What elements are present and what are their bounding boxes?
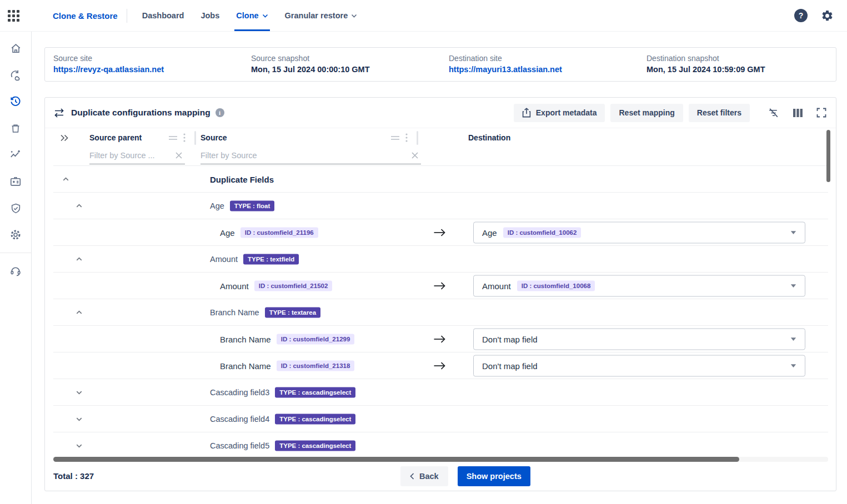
panel-footer: Total : 327 Back Show projects — [45, 461, 836, 491]
nav-label: Clone — [236, 11, 258, 20]
column-menu-icon[interactable] — [405, 133, 408, 142]
panel-title: Duplicate configurations mapping — [71, 108, 211, 118]
panel-actions: Export metadata Reset mapping Reset filt… — [514, 104, 826, 122]
nav-tab-jobs[interactable]: Jobs — [192, 0, 228, 31]
sidebar-divider — [0, 253, 32, 253]
export-metadata-label: Export metadata — [536, 108, 597, 117]
reset-mapping-button[interactable]: Reset mapping — [610, 104, 683, 122]
map-arrow-icon — [433, 335, 446, 344]
mapping-panel: Duplicate configurations mapping i Expor… — [44, 97, 836, 491]
license-card-icon[interactable] — [0, 168, 32, 195]
column-resize-handle[interactable] — [194, 131, 196, 145]
back-label: Back — [419, 472, 439, 481]
export-icon — [522, 108, 531, 118]
nav-label: Jobs — [201, 11, 219, 20]
column-source: Source — [201, 128, 423, 147]
destination-site-link[interactable]: https://mayuri13.atlassian.net — [449, 65, 638, 74]
group-row: Cascading field3TYPE : cascadingselect — [53, 379, 828, 406]
destination-select[interactable]: Don't map field — [473, 355, 805, 376]
chevron-down-icon — [262, 14, 268, 18]
filter-placeholder: Filter by Source — [201, 151, 257, 160]
source-site-link[interactable]: https://revyz-qa.atlassian.net — [53, 65, 243, 74]
group-row: Branch NameTYPE : textarea — [53, 299, 828, 326]
app-switcher-icon[interactable] — [8, 10, 19, 22]
collapse-row-icon[interactable] — [75, 201, 83, 210]
home-icon[interactable] — [0, 35, 32, 62]
source-snapshot-label: Source snapshot — [251, 54, 440, 63]
group-row: Duplicate Fields — [53, 166, 828, 193]
source-field-name: Branch Name — [220, 361, 271, 370]
left-sidebar — [0, 32, 32, 504]
info-icon[interactable]: i — [215, 108, 224, 117]
columns-icon[interactable] — [793, 108, 803, 118]
fullscreen-icon[interactable] — [816, 108, 826, 118]
nav-tab-granular-restore[interactable]: Granular restore — [277, 0, 366, 31]
history-icon[interactable] — [0, 88, 32, 115]
nav-tab-clone[interactable]: Clone — [228, 0, 276, 31]
group-row: AgeTYPE : float — [53, 193, 828, 219]
collapse-row-icon[interactable] — [62, 175, 70, 183]
destination-snapshot-value: Mon, 15 Jul 2024 10:59:09 GMT — [646, 65, 836, 74]
type-badge: TYPE : cascadingselect — [275, 414, 355, 424]
source-filter-input[interactable]: Filter by Source — [201, 147, 421, 164]
destination-select[interactable]: AgeID : customfield_10062 — [473, 221, 805, 243]
export-metadata-button[interactable]: Export metadata — [514, 104, 605, 122]
clear-filter-icon[interactable] — [411, 152, 421, 159]
group-label: Duplicate Fields — [210, 174, 274, 184]
nav-tab-dashboard[interactable]: Dashboard — [134, 0, 193, 31]
source-id-badge: ID : customfield_21299 — [277, 334, 355, 344]
support-headset-icon[interactable] — [0, 258, 32, 284]
map-arrow-icon — [433, 361, 446, 370]
map-arrow-icon — [433, 281, 446, 290]
clone-restore-icon[interactable] — [0, 62, 32, 88]
filter-off-icon[interactable] — [768, 107, 779, 119]
group-label: Branch Name — [210, 308, 259, 317]
filter-placeholder: Filter by Source ... — [89, 151, 155, 160]
trash-icon[interactable] — [0, 115, 32, 142]
help-icon[interactable]: ? — [794, 9, 808, 22]
reset-filters-button[interactable]: Reset filters — [689, 104, 750, 122]
back-button[interactable]: Back — [400, 466, 448, 486]
app-title-link[interactable]: Clone & Restore — [53, 11, 118, 21]
drag-handle-icon[interactable] — [168, 135, 178, 140]
type-badge: TYPE : float — [230, 200, 275, 211]
nav-right-icons: ? — [794, 9, 834, 22]
mapping-row: Branch NameID : customfield_21299Don't m… — [53, 326, 828, 352]
drag-handle-icon[interactable] — [390, 135, 400, 140]
settings-gear-icon[interactable] — [0, 221, 32, 248]
dropdown-caret-icon — [790, 284, 796, 288]
expand-row-icon[interactable] — [75, 441, 83, 450]
destination-select[interactable]: Don't map field — [473, 328, 805, 350]
mapping-row: Branch NameID : customfield_21318Don't m… — [53, 352, 828, 379]
panel-header: Duplicate configurations mapping i Expor… — [45, 98, 836, 128]
show-projects-button[interactable]: Show projects — [458, 466, 530, 486]
footer-buttons: Back Show projects — [400, 466, 530, 486]
group-label: Amount — [210, 255, 238, 264]
analytics-icon[interactable] — [0, 142, 32, 168]
source-parent-filter-input[interactable]: Filter by Source ... — [89, 147, 185, 164]
destination-id-badge: ID : customfield_10068 — [517, 280, 595, 291]
source-site-label: Source site — [53, 54, 243, 63]
filter-row: Filter by Source ... Filter by Source — [53, 147, 828, 165]
source-id-badge: ID : customfield_21502 — [254, 280, 333, 291]
source-field-name: Age — [220, 228, 235, 237]
mapping-row: AmountID : customfield_21502AmountID : c… — [53, 273, 828, 299]
expand-row-icon[interactable] — [75, 388, 83, 396]
vertical-scrollbar-thumb[interactable] — [826, 130, 830, 182]
security-shield-icon[interactable] — [0, 195, 32, 221]
group-label: Cascading field3 — [210, 388, 269, 397]
collapse-row-icon[interactable] — [75, 308, 83, 316]
destination-select[interactable]: AmountID : customfield_10068 — [473, 275, 805, 296]
primary-nav: Dashboard Jobs Clone Granular restore — [134, 0, 366, 31]
column-menu-icon[interactable] — [183, 133, 186, 142]
expand-all-icon[interactable] — [60, 134, 69, 142]
destination-value: Don't map field — [482, 334, 538, 344]
column-resize-handle[interactable] — [417, 131, 418, 145]
clear-filter-icon[interactable] — [175, 152, 185, 159]
column-header-label: Source — [201, 133, 227, 142]
collapse-row-icon[interactable] — [75, 255, 83, 263]
source-field-name: Amount — [220, 281, 249, 290]
total-count: Total : 327 — [53, 471, 94, 481]
gear-icon[interactable] — [821, 9, 834, 22]
expand-row-icon[interactable] — [75, 415, 83, 423]
